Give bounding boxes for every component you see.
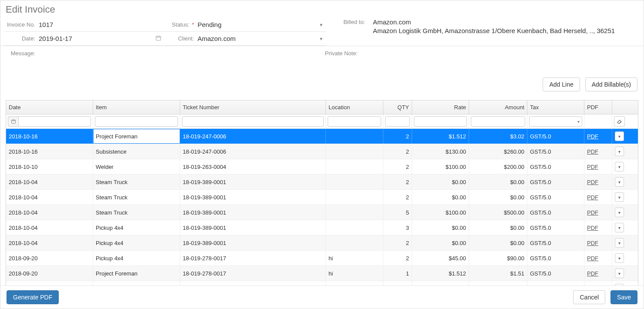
invoice-no-input[interactable] — [39, 19, 165, 30]
pdf-link[interactable]: PDF — [587, 270, 598, 277]
cell-qty: 2 — [383, 144, 412, 159]
pdf-link[interactable]: PDF — [587, 225, 598, 231]
pdf-link[interactable]: PDF — [587, 164, 598, 170]
cell-date: 2018-10-04 — [6, 205, 93, 220]
filter-tax-select[interactable] — [529, 116, 582, 127]
cell-date: 2018-10-16 — [6, 144, 93, 159]
calendar-icon[interactable] — [8, 116, 18, 127]
calendar-icon[interactable] — [155, 35, 161, 42]
filter-date-input[interactable] — [18, 116, 91, 127]
grid-row[interactable]: 2018-10-16Subsistence18-019-247-00062$13… — [6, 144, 638, 159]
row-menu-button[interactable]: ▾ — [615, 177, 624, 187]
cell-tax: GST/5.0 — [527, 205, 584, 220]
col-amount[interactable]: Amount — [469, 101, 527, 114]
billed-to-block: Amazon.com Amazon Logistik GmbH, Amazons… — [365, 18, 615, 36]
chevron-down-icon[interactable]: ▾ — [320, 36, 322, 42]
cell-amount: $500.00 — [469, 205, 527, 220]
cancel-button[interactable]: Cancel — [573, 290, 605, 304]
row-menu-button[interactable]: ▾ — [615, 131, 624, 141]
row-menu-button[interactable]: ▾ — [615, 269, 624, 278]
message-label: Message: — [4, 49, 39, 57]
grid-row[interactable]: 2018-09-20Project Foreman18-019-278-0017… — [6, 266, 638, 281]
cell-pdf: PDF — [584, 220, 612, 235]
grid-row[interactable]: 2018-10-04Pickup 4x418-019-389-00013$0.0… — [6, 220, 638, 235]
cell-qty: 2 — [383, 159, 412, 174]
clear-filters-button[interactable] — [614, 116, 625, 127]
col-date[interactable]: Date — [6, 101, 93, 114]
cell-location — [326, 190, 383, 205]
generate-pdf-button[interactable]: Generate PDF — [7, 290, 59, 304]
client-select[interactable] — [198, 33, 326, 44]
date-input[interactable] — [39, 33, 165, 44]
row-menu-button[interactable]: ▾ — [615, 208, 624, 217]
pdf-link[interactable]: PDF — [587, 240, 598, 246]
cell-location: hi — [326, 281, 383, 285]
chevron-down-icon[interactable]: ▾ — [320, 22, 322, 28]
row-menu-button[interactable]: ▾ — [615, 238, 624, 248]
cell-location — [326, 235, 383, 250]
row-menu-button[interactable]: ▾ — [615, 253, 624, 263]
cell-rate: $0.00 — [412, 190, 469, 205]
col-item[interactable]: Item — [93, 101, 180, 114]
cell-amount: $0.00 — [469, 220, 527, 235]
cell-location — [326, 220, 383, 235]
cell-item: Steam Truck — [93, 190, 180, 205]
message-field[interactable] — [39, 49, 322, 57]
filter-rate-input[interactable] — [414, 116, 467, 127]
cell-menu: ▾ — [612, 175, 627, 189]
filter-qty-input[interactable] — [385, 116, 410, 127]
private-note-field[interactable] — [361, 49, 640, 57]
filter-ticket-input[interactable] — [182, 116, 324, 127]
row-menu-button[interactable]: ▾ — [615, 147, 624, 156]
private-note-label: Private Note: — [322, 49, 361, 57]
client-label: Client: — [165, 35, 198, 42]
cell-menu: ▾ — [612, 281, 627, 285]
chevron-down-icon: ▾ — [618, 165, 621, 169]
cell-tax: GST/5.0 — [527, 190, 584, 205]
pdf-link[interactable]: PDF — [587, 194, 598, 201]
grid-row[interactable]: 2018-10-04Steam Truck18-019-389-00015$10… — [6, 205, 638, 220]
status-select[interactable] — [198, 19, 326, 30]
grid-row[interactable]: 2018-10-04Steam Truck18-019-389-00012$0.… — [6, 190, 638, 205]
chevron-down-icon: ▾ — [618, 210, 621, 215]
grid-row[interactable]: 2018-09-20Pickup 4x418-019-278-0017hi2$4… — [6, 251, 638, 266]
cell-item: Welder — [93, 159, 180, 174]
pdf-link[interactable]: PDF — [587, 209, 598, 216]
col-location[interactable]: Location — [326, 101, 383, 114]
row-menu-button[interactable]: ▾ — [615, 162, 624, 171]
grid-row[interactable]: 2018-10-16Project Foreman18-019-247-0006… — [6, 129, 638, 144]
grid-row[interactable]: 2018-10-10Welder18-019-263-00042$100.00$… — [6, 159, 638, 175]
grid-row[interactable]: 2018-10-04Steam Truck18-019-389-00012$0.… — [6, 175, 638, 190]
cell-rate: $1.512 — [412, 129, 469, 144]
cell-tax: GST/5.0 — [527, 175, 584, 189]
col-pdf[interactable]: PDF — [584, 101, 612, 114]
pdf-link[interactable]: PDF — [587, 255, 598, 262]
col-tax[interactable]: Tax — [527, 101, 584, 114]
pdf-link[interactable]: PDF — [587, 133, 598, 140]
cell-pdf: PDF — [584, 190, 612, 205]
cell-location — [326, 144, 383, 159]
cell-tax: GST/5.0 — [527, 235, 584, 250]
save-button[interactable]: Save — [610, 290, 637, 304]
col-rate[interactable]: Rate — [412, 101, 469, 114]
add-line-button[interactable]: Add Line — [543, 77, 580, 91]
pdf-link[interactable]: PDF — [587, 179, 598, 185]
filter-amount-input[interactable] — [471, 116, 525, 127]
filter-item-input[interactable] — [95, 116, 178, 127]
pdf-link[interactable]: PDF — [587, 148, 598, 155]
filter-location-input[interactable] — [328, 116, 381, 127]
col-ticket[interactable]: Ticket Number — [180, 101, 326, 114]
row-menu-button[interactable]: ▾ — [615, 192, 624, 202]
col-qty[interactable]: QTY — [383, 101, 412, 114]
cell-amount: $0.00 — [469, 235, 527, 250]
grid-row[interactable]: 2018-10-04Pickup 4x418-019-389-00012$0.0… — [6, 235, 638, 251]
cell-date: 2018-10-04 — [6, 175, 93, 189]
billed-to-label: Billed to: — [335, 18, 365, 36]
cell-rate: $1.512 — [412, 266, 469, 281]
cell-location — [326, 175, 383, 189]
row-menu-button[interactable]: ▾ — [615, 223, 624, 232]
add-billables-button[interactable]: Add Billable(s) — [585, 77, 637, 91]
cell-item: Pickup 4x4 — [93, 220, 180, 235]
grid-row[interactable]: 2018-09-20Subsistence18-019-278-0017hi1$… — [6, 281, 638, 285]
cell-location — [326, 129, 383, 144]
